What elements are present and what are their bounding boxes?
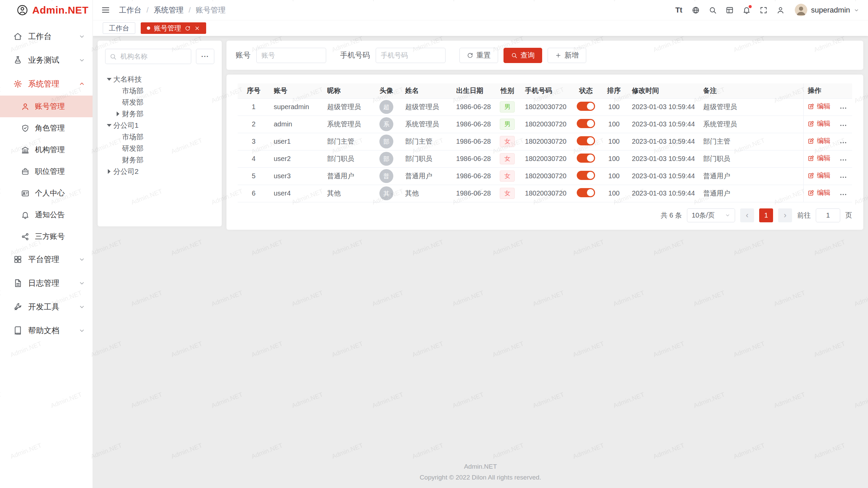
cell-gender: 男: [494, 98, 521, 116]
tree-node-1-2[interactable]: 财务部: [105, 154, 214, 166]
tree-node-0[interactable]: 大名科技: [105, 74, 214, 85]
caret-right-icon[interactable]: [105, 169, 113, 174]
user-config-icon[interactable]: [773, 0, 788, 20]
status-toggle[interactable]: [577, 188, 595, 197]
sidebar-item-5[interactable]: 开发工具: [0, 295, 93, 319]
edit-button[interactable]: 编辑: [808, 188, 830, 197]
sidebar-item-3[interactable]: 平台管理: [0, 247, 93, 271]
status-toggle[interactable]: [577, 154, 595, 163]
sidebar-item-1[interactable]: 业务测试: [0, 48, 93, 72]
gear-icon: [13, 79, 22, 88]
column-header-9: 排序: [600, 83, 628, 98]
cell-gender: 女: [494, 133, 521, 150]
sidebar-subitem-2-3[interactable]: 职位管理: [0, 161, 93, 182]
account-label: 账号: [236, 50, 251, 60]
tree-node-1[interactable]: 分公司1: [105, 120, 214, 131]
logo-icon: [17, 5, 28, 16]
sidebar-subitem-2-4[interactable]: 个人中心: [0, 182, 93, 204]
cell-account: user3: [270, 167, 323, 185]
status-toggle[interactable]: [577, 136, 595, 145]
tree-node-1-1[interactable]: 研发部: [105, 143, 214, 154]
tree-node-label: 分公司1: [113, 121, 139, 130]
tab-refresh-icon[interactable]: [185, 25, 191, 31]
row-more-button[interactable]: [839, 190, 847, 199]
sidebar-item-6[interactable]: 帮助文档: [0, 319, 93, 342]
edit-button[interactable]: 编辑: [808, 102, 830, 111]
tree-node-2[interactable]: 分公司2: [105, 166, 214, 177]
notification-icon[interactable]: [739, 0, 754, 20]
user-menu[interactable]: superadmin: [795, 4, 859, 16]
theme-icon[interactable]: [722, 0, 737, 20]
row-more-button[interactable]: [839, 104, 847, 112]
sidebar-subitem-2-2[interactable]: 机构管理: [0, 139, 93, 161]
status-toggle[interactable]: [577, 171, 595, 180]
tabs-bar: 工作台 账号管理: [93, 20, 868, 36]
query-button[interactable]: 查询: [504, 48, 542, 63]
row-more-button[interactable]: [839, 121, 847, 129]
add-button[interactable]: 新增: [548, 48, 586, 63]
tree-node-0-0[interactable]: 市场部: [105, 85, 214, 97]
goto-label: 前往: [797, 211, 811, 220]
row-more-button[interactable]: [839, 156, 847, 164]
prev-page-button[interactable]: ‹: [740, 208, 754, 222]
avatar: 部: [379, 135, 393, 148]
status-toggle[interactable]: [577, 102, 595, 111]
chevron-down-icon: [79, 57, 85, 63]
sidebar-item-0[interactable]: 工作台: [0, 24, 93, 48]
search-icon[interactable]: [705, 0, 720, 20]
goto-page-input[interactable]: [816, 208, 840, 222]
phone-input[interactable]: [376, 48, 446, 63]
sidebar: Admin.NET 工作台 业务测试 系统管理 账号管理 角色管理: [0, 0, 93, 488]
caret-down-icon[interactable]: [105, 124, 113, 127]
tree-node-label: 研发部: [122, 98, 143, 107]
reset-button[interactable]: 重置: [459, 48, 498, 63]
edit-button[interactable]: 编辑: [808, 136, 830, 145]
table-row-4: 5 user3 普通用户 普 普通用户 1986-06-28 女 1802003…: [238, 167, 852, 185]
next-page-button[interactable]: ›: [778, 208, 792, 222]
sidebar-subitem-2-1[interactable]: 角色管理: [0, 117, 93, 139]
cell-phone: 18020030720: [521, 116, 572, 133]
edit-button[interactable]: 编辑: [808, 171, 830, 180]
org-search-input[interactable]: [105, 49, 191, 64]
cell-account: user2: [270, 150, 323, 167]
edit-icon: [808, 172, 814, 179]
language-icon[interactable]: [688, 0, 703, 20]
breadcrumb-item-1[interactable]: 系统管理: [154, 5, 183, 15]
row-more-button[interactable]: [839, 139, 847, 147]
sidebar-item-2[interactable]: 系统管理: [0, 72, 93, 96]
edit-button[interactable]: 编辑: [808, 154, 830, 163]
sidebar-subitem-2-5[interactable]: 通知公告: [0, 204, 93, 226]
column-header-8: 状态: [572, 83, 600, 98]
sidebar-item-label: 开发工具: [28, 302, 79, 312]
tree-node-0-1[interactable]: 研发部: [105, 97, 214, 108]
sidebar-item-4[interactable]: 日志管理: [0, 271, 93, 295]
caret-down-icon[interactable]: [105, 78, 113, 81]
hamburger-menu-icon[interactable]: [101, 5, 110, 15]
account-input[interactable]: [256, 48, 326, 63]
page-number-button[interactable]: 1: [759, 208, 773, 222]
fullscreen-icon[interactable]: [756, 0, 771, 20]
cell-avatar: 部: [372, 133, 401, 150]
tree-node-1-0[interactable]: 市场部: [105, 131, 214, 143]
page-size-select[interactable]: 10条/页: [687, 208, 735, 222]
breadcrumb-item-0[interactable]: 工作台: [119, 5, 141, 15]
sidebar-subitem-2-0[interactable]: 账号管理: [0, 96, 93, 117]
gender-badge: 女: [500, 153, 515, 164]
row-more-button[interactable]: [839, 173, 847, 181]
font-size-icon[interactable]: Tt: [671, 0, 686, 20]
logo[interactable]: Admin.NET: [0, 0, 93, 20]
edit-button[interactable]: 编辑: [808, 119, 830, 128]
tab-0[interactable]: 工作台: [103, 22, 135, 34]
org-more-button[interactable]: ···: [196, 49, 214, 64]
cell-birthdate: 1986-06-28: [452, 167, 494, 185]
tree-node-0-2[interactable]: 财务部: [105, 108, 214, 120]
edit-label: 编辑: [817, 136, 830, 145]
caret-right-icon[interactable]: [114, 111, 122, 116]
status-toggle[interactable]: [577, 119, 595, 128]
edit-label: 编辑: [817, 119, 830, 128]
tab-close-icon[interactable]: [194, 25, 200, 31]
tab-1[interactable]: 账号管理: [141, 22, 206, 34]
column-header-0: 序号: [238, 83, 270, 98]
sidebar-subitem-2-6[interactable]: 三方账号: [0, 226, 93, 247]
breadcrumb-item-2[interactable]: 账号管理: [196, 5, 225, 15]
